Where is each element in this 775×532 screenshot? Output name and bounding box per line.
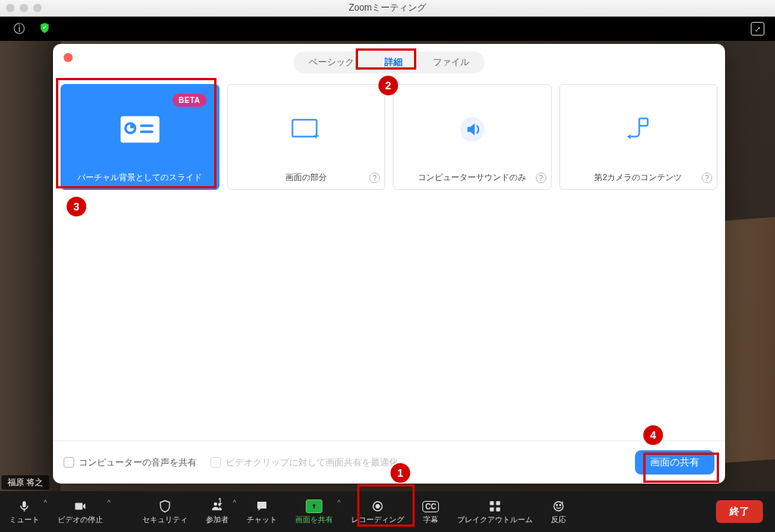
meeting-info-icon[interactable]: ⓘ — [14, 22, 25, 36]
checkbox-label: ビデオクリップに対して画面共有を最適化 — [226, 456, 398, 469]
tab-basic[interactable]: ベーシック — [294, 51, 369, 73]
checkbox-optimize-video[interactable]: ビデオクリップに対して画面共有を最適化 — [210, 456, 398, 469]
breakout-rooms-button[interactable]: ブレイクアウトルーム — [448, 491, 542, 532]
fullscreen-icon[interactable]: ⤢ — [751, 22, 764, 36]
option-screen-portion[interactable]: + 画面の部分 ? — [227, 84, 386, 190]
svg-rect-3 — [140, 131, 154, 133]
chat-button[interactable]: チャット — [238, 491, 286, 532]
share-screen-dialog: ベーシック 詳細 ファイル BETA バーチャル背景としてのスライド + 画面の… — [53, 44, 725, 484]
closed-caption-icon: CC — [422, 498, 439, 515]
option-label: 第2カメラのコンテンツ — [594, 172, 682, 183]
chat-bubble-icon — [255, 498, 269, 515]
chevron-up-icon[interactable]: ^ — [233, 499, 236, 506]
svg-rect-14 — [490, 508, 494, 512]
window-title: Zoomミーティング — [349, 2, 427, 14]
end-meeting-button[interactable]: 終了 — [716, 500, 763, 523]
participant-name-tag: 福原 将之 — [2, 475, 49, 490]
tab-files[interactable]: ファイル — [418, 51, 484, 73]
grid-icon — [488, 498, 502, 515]
participants-button[interactable]: 1 参加者 ^ — [197, 491, 238, 532]
option-computer-audio[interactable]: コンピューターサウンドのみ ? — [393, 84, 552, 190]
shield-icon — [158, 498, 172, 515]
svg-rect-15 — [496, 508, 500, 512]
help-icon[interactable]: ? — [536, 173, 546, 183]
beta-badge: BETA — [173, 94, 206, 107]
video-camera-icon — [73, 498, 88, 515]
share-screen-button[interactable]: 画面を共有 ^ — [286, 491, 342, 532]
participants-count: 1 — [218, 497, 223, 506]
svg-point-16 — [554, 502, 563, 511]
checkbox-icon[interactable] — [210, 457, 221, 468]
presentation-icon — [110, 107, 170, 152]
option-slides-virtual-bg[interactable]: BETA バーチャル背景としてのスライド — [61, 84, 219, 190]
svg-point-11 — [376, 505, 380, 509]
chevron-up-icon[interactable]: ^ — [107, 499, 110, 506]
svg-point-17 — [556, 505, 558, 506]
share-option-grid: BETA バーチャル背景としてのスライド + 画面の部分 ? コンピューターサウ… — [53, 73, 725, 190]
smile-icon — [552, 498, 565, 515]
help-icon[interactable]: ? — [702, 173, 712, 183]
control-label: レコーディング — [351, 515, 404, 525]
mute-button[interactable]: ミュート ^ — [0, 491, 48, 532]
record-icon — [371, 498, 384, 515]
zoom-window-button[interactable] — [33, 4, 42, 12]
svg-rect-12 — [490, 501, 494, 505]
option-second-camera[interactable]: 第2カメラのコンテンツ ? — [559, 84, 718, 190]
chevron-up-icon[interactable]: ^ — [44, 499, 47, 506]
recording-button[interactable]: レコーディング — [342, 491, 413, 532]
stop-video-button[interactable]: ビデオの停止 ^ — [48, 491, 112, 532]
meeting-top-bar: ⓘ ⤢ — [0, 17, 775, 41]
checkbox-label: コンピューターの音声を共有 — [79, 456, 197, 469]
option-label: 画面の部分 — [285, 172, 327, 183]
second-camera-icon — [608, 107, 668, 152]
share-button[interactable]: 画面の共有 — [635, 450, 714, 474]
svg-rect-7 — [640, 119, 648, 126]
control-label: 字幕 — [423, 515, 438, 525]
speaker-icon — [442, 107, 503, 152]
help-icon[interactable]: ? — [369, 173, 380, 183]
window-titlebar: Zoomミーティング — [0, 0, 775, 17]
svg-text:+: + — [313, 129, 319, 142]
control-label: ミュート — [9, 515, 39, 525]
option-label: コンピューターサウンドのみ — [418, 172, 526, 183]
tab-advanced[interactable]: 詳細 — [369, 51, 418, 73]
meeting-control-bar: ミュート ^ ビデオの停止 ^ セキュリティ 1 参加者 ^ チャット — [0, 491, 775, 532]
control-label: チャット — [247, 515, 277, 525]
share-tabs: ベーシック 詳細 ファイル — [53, 51, 725, 73]
control-label: ビデオの停止 — [58, 515, 103, 525]
reactions-button[interactable]: 反応 — [542, 491, 575, 532]
dialog-footer: コンピューターの音声を共有 ビデオクリップに対して画面共有を最適化 画面の共有 — [53, 440, 725, 484]
control-label: 画面を共有 — [295, 515, 333, 525]
svg-point-8 — [214, 502, 218, 506]
chevron-up-icon[interactable]: ^ — [338, 499, 341, 506]
cc-button[interactable]: CC 字幕 — [413, 491, 448, 532]
encryption-shield-icon[interactable] — [39, 22, 51, 36]
checkbox-share-computer-audio[interactable]: コンピューターの音声を共有 — [64, 456, 197, 469]
window-traffic-lights[interactable] — [6, 4, 42, 12]
checkbox-icon[interactable] — [64, 457, 74, 468]
svg-rect-13 — [496, 501, 500, 505]
option-label: バーチャル背景としてのスライド — [77, 172, 202, 183]
dialog-close-icon[interactable] — [64, 53, 73, 62]
control-label: 参加者 — [206, 515, 229, 525]
control-label: ブレイクアウトルーム — [457, 515, 533, 525]
microphone-icon — [17, 498, 31, 515]
share-screen-icon — [306, 498, 322, 515]
svg-rect-2 — [140, 125, 154, 127]
portion-icon: + — [275, 107, 336, 152]
participants-icon — [209, 498, 226, 515]
close-window-button[interactable] — [6, 4, 14, 12]
security-button[interactable]: セキュリティ — [133, 491, 197, 532]
control-label: セキュリティ — [142, 515, 188, 525]
control-label: 反応 — [551, 515, 566, 525]
minimize-window-button[interactable] — [20, 4, 28, 12]
svg-point-18 — [560, 505, 562, 506]
